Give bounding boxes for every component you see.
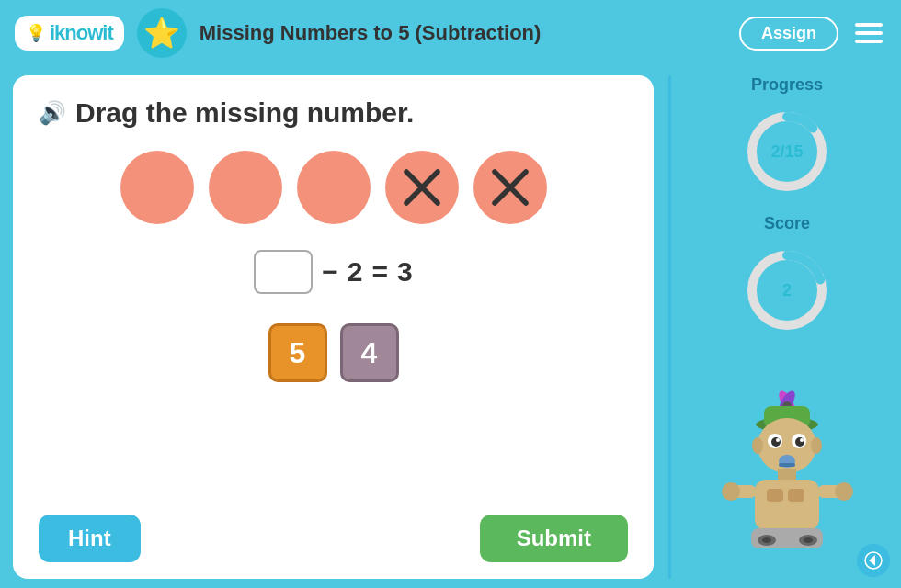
- equation-operand: 2: [348, 256, 363, 288]
- circle-5-crossed: [473, 151, 547, 224]
- circles-row: [39, 151, 628, 224]
- bottom-buttons: Hint Submit: [39, 514, 628, 562]
- tile-5[interactable]: 5: [268, 323, 327, 382]
- circle-2: [209, 151, 282, 224]
- svg-point-18: [776, 438, 780, 442]
- equation-minus: −: [322, 256, 338, 288]
- menu-line-1: [855, 23, 883, 27]
- score-donut: 2: [741, 244, 833, 336]
- score-value: 2: [782, 281, 792, 300]
- logo-text: iknowit: [50, 21, 113, 45]
- svg-rect-26: [767, 489, 783, 502]
- svg-rect-25: [755, 480, 819, 530]
- svg-point-19: [800, 438, 804, 442]
- back-icon: [864, 551, 883, 570]
- svg-point-16: [771, 437, 781, 447]
- progress-label: Progress: [751, 75, 823, 95]
- menu-line-2: [855, 31, 883, 35]
- logo-icon: 💡: [26, 23, 46, 43]
- header: 💡 iknowit ⭐ Missing Numbers to 5 (Subtra…: [0, 0, 901, 66]
- menu-button[interactable]: [851, 19, 886, 47]
- assign-button[interactable]: Assign: [739, 17, 838, 51]
- progress-donut: 2/15: [741, 106, 833, 198]
- main-content: 🔊 Drag the missing number.: [0, 66, 901, 588]
- circle-4-crossed: [385, 151, 459, 224]
- svg-rect-24: [778, 469, 796, 480]
- star-icon: ⭐: [143, 16, 180, 51]
- robot-svg: [716, 386, 859, 570]
- svg-point-22: [752, 437, 763, 454]
- svg-point-38: [804, 537, 813, 543]
- equation-row: − 2 = 3: [39, 250, 628, 294]
- panel-divider: [668, 75, 671, 579]
- sidebar: Progress 2/15 Score 2: [686, 75, 888, 579]
- back-button[interactable]: [857, 544, 890, 577]
- equation-result: 3: [397, 256, 413, 288]
- score-label: Score: [764, 214, 810, 233]
- question-panel: 🔊 Drag the missing number.: [13, 75, 654, 579]
- lesson-title: Missing Numbers to 5 (Subtraction): [200, 21, 726, 45]
- answer-drop-zone[interactable]: [254, 250, 313, 294]
- progress-value: 2/15: [770, 142, 803, 162]
- tile-4[interactable]: 4: [340, 323, 399, 382]
- svg-point-30: [722, 482, 740, 501]
- menu-line-3: [855, 40, 883, 43]
- logo: 💡 iknowit: [15, 16, 124, 51]
- question-header: 🔊 Drag the missing number.: [39, 97, 628, 129]
- submit-button[interactable]: Submit: [480, 514, 628, 562]
- svg-point-23: [811, 437, 822, 454]
- drag-tiles-row: 5 4: [39, 323, 628, 382]
- sound-icon[interactable]: 🔊: [39, 100, 66, 126]
- instruction-text: Drag the missing number.: [75, 97, 414, 129]
- hint-button[interactable]: Hint: [39, 514, 141, 562]
- robot-character: [716, 353, 859, 579]
- equation-equals: =: [372, 256, 389, 288]
- circle-1: [120, 151, 194, 224]
- svg-rect-27: [788, 489, 804, 502]
- svg-point-17: [795, 437, 804, 447]
- svg-point-37: [762, 537, 771, 543]
- svg-rect-21: [779, 463, 795, 467]
- svg-point-31: [835, 482, 853, 501]
- circle-3: [297, 151, 371, 224]
- star-circle: ⭐: [137, 8, 187, 58]
